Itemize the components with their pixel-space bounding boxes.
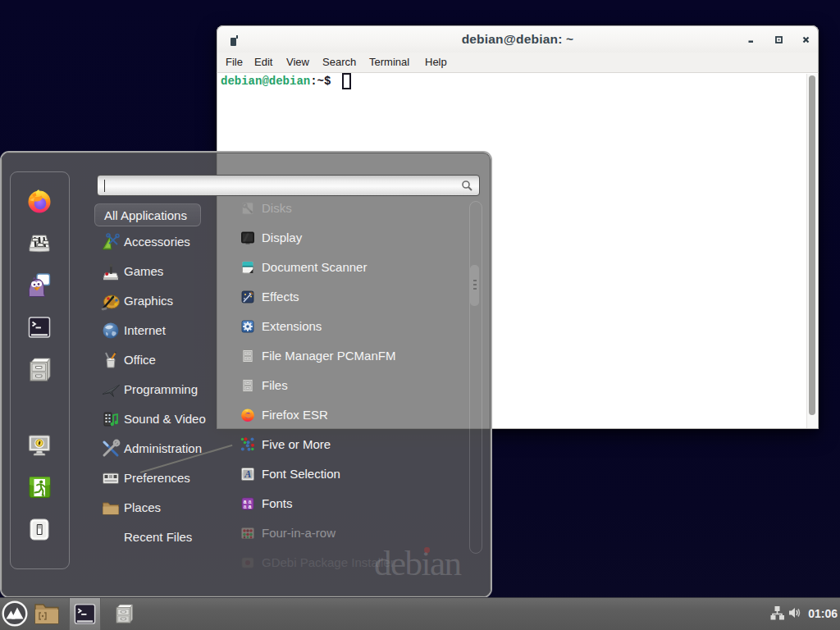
svg-text:a: a (244, 504, 247, 509)
svg-text:A: A (244, 468, 251, 480)
svg-text:a: a (249, 504, 252, 509)
